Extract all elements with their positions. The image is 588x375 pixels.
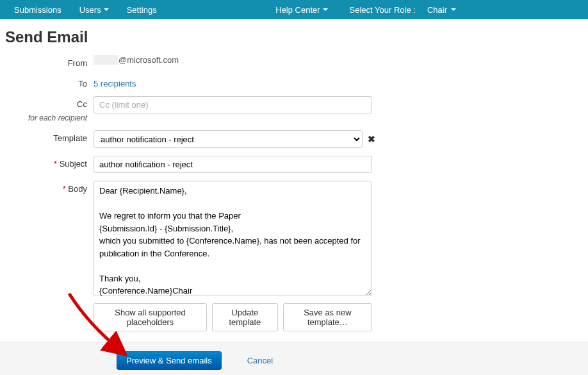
remove-template-icon[interactable]: ✖ xyxy=(368,134,375,144)
body-label: * Body xyxy=(5,181,94,194)
nav-settings[interactable]: Settings xyxy=(118,0,166,19)
from-label: From xyxy=(5,55,94,68)
template-select[interactable]: author notification - reject xyxy=(94,130,363,148)
subject-input[interactable] xyxy=(94,156,372,173)
cc-input[interactable] xyxy=(94,96,372,113)
role-selector[interactable]: Chair xyxy=(422,5,461,15)
nav-users-label: Users xyxy=(79,5,101,15)
cancel-link[interactable]: Cancel xyxy=(247,356,273,365)
body-textarea[interactable]: Dear {Recipient.Name}, We regret to info… xyxy=(94,181,372,296)
nav-help-label: Help Center xyxy=(275,5,320,15)
subject-label: * Subject xyxy=(5,156,94,169)
save-new-template-button[interactable]: Save as new template… xyxy=(283,303,372,331)
preview-send-button[interactable]: Preview & Send emails xyxy=(117,351,222,370)
chevron-down-icon xyxy=(104,8,109,11)
footer-bar: Preview & Send emails Cancel xyxy=(0,342,588,375)
nav-submissions[interactable]: Submissions xyxy=(5,0,70,19)
chevron-down-icon xyxy=(323,8,328,11)
to-recipients-link[interactable]: 5 recipients xyxy=(94,76,136,88)
send-email-form: From xxxxxx@microsoft.com To 5 recipient… xyxy=(0,55,588,331)
nav-help-center[interactable]: Help Center xyxy=(266,0,336,19)
update-template-button[interactable]: Update template xyxy=(212,303,278,331)
chevron-down-icon xyxy=(451,8,456,11)
role-label: Select Your Role : xyxy=(337,5,422,15)
page-title: Send Email xyxy=(0,19,588,55)
template-label: Template xyxy=(5,130,94,143)
cc-label: Cc xyxy=(5,96,94,109)
navbar: Submissions Users Settings Help Center S… xyxy=(0,0,588,19)
show-placeholders-button[interactable]: Show all supported placeholders xyxy=(94,303,207,331)
role-value: Chair xyxy=(427,5,447,15)
cc-sublabel: for each recipient xyxy=(5,113,94,122)
to-label: To xyxy=(5,76,94,88)
from-value: xxxxxx@microsoft.com xyxy=(94,52,179,65)
nav-users[interactable]: Users xyxy=(70,0,118,19)
